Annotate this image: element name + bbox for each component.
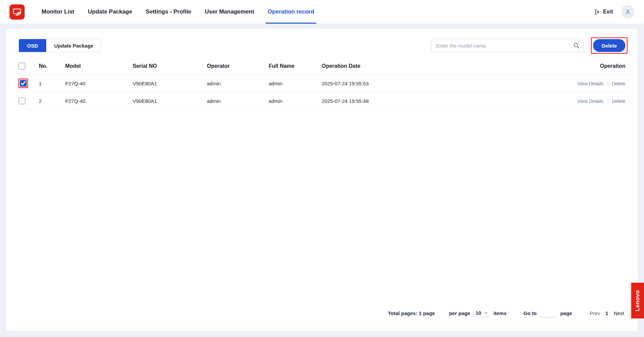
nav-item-label: Update Package bbox=[88, 8, 132, 15]
record-type-tabs: OSD Update Package bbox=[19, 39, 102, 52]
exit-button[interactable]: Exit bbox=[594, 9, 613, 15]
tab-update-package[interactable]: Update Package bbox=[46, 39, 102, 52]
view-details-link[interactable]: View Details bbox=[578, 99, 603, 104]
cell-operator: admin bbox=[202, 75, 263, 92]
per-page-value: 10 bbox=[476, 310, 481, 316]
items-label: items bbox=[493, 310, 507, 316]
table-row: 2 P27Q-40 V90E80A1 admin admin 2025-07-2… bbox=[13, 92, 631, 110]
cell-serial: V90E80A1 bbox=[127, 92, 202, 110]
annotation-box-delete: Delete bbox=[591, 37, 627, 54]
tab-label: OSD bbox=[27, 43, 38, 49]
delete-button[interactable]: Delete bbox=[593, 39, 625, 52]
row-checkbox-cell bbox=[13, 92, 33, 110]
search-box bbox=[431, 39, 584, 52]
header-checkbox-cell bbox=[13, 58, 33, 75]
cell-no: 1 bbox=[33, 75, 60, 92]
cell-operation: View Details Delete bbox=[553, 75, 631, 92]
cell-full-name: admin bbox=[263, 92, 316, 110]
cell-operation: View Details Delete bbox=[553, 92, 631, 110]
operation-record-table: No. Model Serial NO Operator Full Name O… bbox=[13, 58, 631, 110]
lenovo-brand-ribbon: Lenovo bbox=[631, 283, 644, 318]
nav-item-operation-record[interactable]: Operation record bbox=[261, 0, 321, 24]
row-delete-link[interactable]: Delete bbox=[612, 99, 625, 104]
cell-operator: admin bbox=[202, 92, 263, 110]
nav-item-label: User Management bbox=[205, 8, 254, 15]
content-card: OSD Update Package Delete bbox=[6, 29, 638, 331]
total-pages-label: Total pages: 1 page bbox=[388, 310, 435, 316]
cell-operation-date: 2025-07-24 19:55:53 bbox=[316, 75, 553, 92]
exit-label: Exit bbox=[603, 9, 613, 15]
nav-item-label: Monitor List bbox=[42, 8, 74, 15]
app-logo bbox=[9, 4, 25, 20]
main-nav: Monitor List Update Package Settings - P… bbox=[35, 0, 321, 24]
top-navbar: Monitor List Update Package Settings - P… bbox=[0, 0, 644, 24]
header-operator: Operator bbox=[202, 58, 263, 75]
per-page-select[interactable]: 10 bbox=[474, 309, 490, 317]
search-input[interactable] bbox=[431, 39, 584, 52]
goto-page-input[interactable] bbox=[540, 309, 558, 317]
annotation-box-checkbox bbox=[19, 79, 28, 88]
nav-item-monitor-list[interactable]: Monitor List bbox=[35, 0, 81, 24]
cell-full-name: admin bbox=[263, 75, 316, 92]
header-no: No. bbox=[33, 58, 60, 75]
link-divider bbox=[608, 99, 608, 104]
navbar-right: Exit bbox=[594, 5, 635, 19]
per-page-label: per page bbox=[449, 310, 470, 316]
header-full-name: Full Name bbox=[263, 58, 316, 75]
view-details-link[interactable]: View Details bbox=[578, 81, 603, 86]
current-page-number[interactable]: 1 bbox=[606, 310, 608, 316]
table-header-row: No. Model Serial NO Operator Full Name O… bbox=[13, 58, 631, 75]
tab-label: Update Package bbox=[54, 43, 93, 49]
header-operation-date: Operation Date bbox=[316, 58, 553, 75]
logout-icon bbox=[594, 9, 600, 15]
header-model: Model bbox=[60, 58, 127, 75]
goto-label: Go to bbox=[524, 310, 537, 316]
person-icon bbox=[624, 8, 631, 15]
header-serial: Serial NO bbox=[127, 58, 202, 75]
search-icon[interactable] bbox=[573, 43, 580, 49]
monitor-logo-icon bbox=[12, 7, 22, 17]
row-checkbox[interactable] bbox=[20, 80, 27, 87]
toolbar: OSD Update Package Delete bbox=[6, 29, 638, 54]
select-all-checkbox[interactable] bbox=[19, 63, 25, 69]
row-checkbox[interactable] bbox=[19, 97, 25, 104]
row-delete-link[interactable]: Delete bbox=[612, 81, 625, 86]
table-row: 1 P27Q-40 V90E80A1 admin admin 2025-07-2… bbox=[13, 75, 631, 92]
cell-model: P27Q-40 bbox=[60, 75, 127, 92]
cell-serial: V90E80A1 bbox=[127, 75, 202, 92]
pagination-bar: Total pages: 1 page per page 10 items Go… bbox=[388, 309, 624, 317]
row-checkbox-cell bbox=[13, 75, 33, 92]
header-operation: Operation bbox=[553, 58, 631, 75]
cell-model: P27Q-40 bbox=[60, 92, 127, 110]
nav-item-update-package[interactable]: Update Package bbox=[81, 0, 139, 24]
nav-item-user-management[interactable]: User Management bbox=[198, 0, 261, 24]
page-label: page bbox=[560, 310, 572, 316]
nav-item-label: Settings - Profile bbox=[146, 8, 191, 15]
user-avatar[interactable] bbox=[621, 5, 635, 19]
cell-no: 2 bbox=[33, 92, 60, 110]
nav-item-label: Operation record bbox=[268, 8, 314, 15]
chevron-down-icon bbox=[484, 311, 488, 315]
prev-page-button[interactable]: Prev bbox=[590, 310, 600, 316]
link-divider bbox=[608, 81, 608, 86]
tab-osd[interactable]: OSD bbox=[19, 39, 46, 52]
nav-item-settings-profile[interactable]: Settings - Profile bbox=[139, 0, 198, 24]
cell-operation-date: 2025-07-24 19:55:48 bbox=[316, 92, 553, 110]
next-page-button[interactable]: Next bbox=[614, 310, 624, 316]
